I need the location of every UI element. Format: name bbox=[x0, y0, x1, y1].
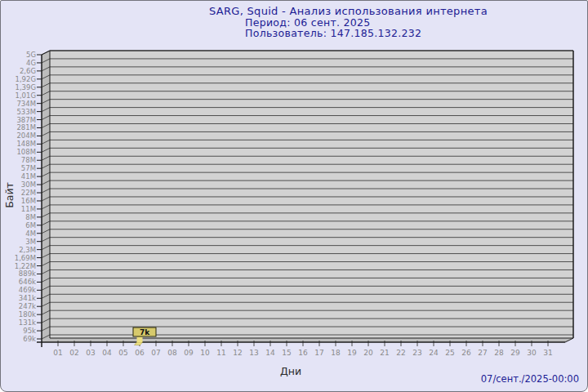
y-tick-label: 78M bbox=[21, 156, 36, 164]
x-tick-label: 22 bbox=[396, 349, 405, 357]
x-tick-label: 26 bbox=[461, 349, 471, 357]
x-tick-label: 20 bbox=[363, 349, 373, 357]
y-tick-label: 108M bbox=[16, 148, 36, 156]
y-tick-label: 387M bbox=[16, 116, 36, 124]
bar-value-label: 7k bbox=[140, 328, 150, 336]
y-tick-label: 4M bbox=[25, 229, 36, 238]
x-tick-label: 15 bbox=[282, 349, 291, 357]
y-tick-label: 3M bbox=[25, 238, 36, 246]
y-tick-label: 41M bbox=[21, 172, 36, 180]
x-tick-label: 31 bbox=[543, 349, 552, 357]
plot-back-wall bbox=[50, 51, 573, 338]
x-tick-label: 06 bbox=[135, 349, 145, 357]
y-tick-label: 734M bbox=[16, 100, 36, 108]
y-tick-label: 341k bbox=[19, 294, 36, 302]
y-tick-label: 281M bbox=[16, 123, 36, 131]
x-tick-label: 12 bbox=[233, 349, 242, 357]
y-tick-label: 533M bbox=[16, 108, 36, 116]
x-tick-label: 24 bbox=[429, 349, 439, 357]
x-tick-label: 07 bbox=[151, 349, 160, 357]
usage-bar-chart: 5G4G2,6G1,92G1,39G1,01G734M533M387M281M2… bbox=[1, 1, 588, 392]
y-tick-label: 30M bbox=[21, 180, 36, 189]
y-tick-label: 22M bbox=[21, 189, 36, 197]
x-tick-label: 18 bbox=[331, 349, 341, 357]
y-tick-label: 95k bbox=[23, 327, 36, 335]
x-tick-label: 28 bbox=[494, 349, 504, 357]
y-tick-label: 1,22M bbox=[15, 262, 36, 270]
y-axis-title: Байт bbox=[3, 182, 16, 208]
x-axis-title: Дни bbox=[280, 365, 301, 377]
x-tick-label: 27 bbox=[478, 349, 487, 357]
x-tick-label: 30 bbox=[527, 349, 537, 357]
sarg-report-page: SARG, Squid - Анализ использования интер… bbox=[0, 0, 588, 392]
bar bbox=[137, 336, 143, 343]
y-tick-label: 469k bbox=[19, 286, 36, 294]
y-tick-label: 6M bbox=[25, 221, 36, 229]
x-tick-label: 16 bbox=[298, 349, 308, 357]
y-tick-label: 204M bbox=[16, 131, 36, 140]
y-tick-label: 69k bbox=[23, 335, 36, 343]
y-tick-label: 11M bbox=[21, 205, 36, 213]
x-tick-label: 17 bbox=[314, 349, 323, 357]
y-tick-label: 1,39G bbox=[15, 83, 36, 91]
y-tick-label: 2,3M bbox=[19, 246, 36, 254]
x-tick-label: 03 bbox=[86, 349, 95, 357]
y-tick-label: 148M bbox=[16, 140, 36, 148]
x-tick-label: 05 bbox=[118, 349, 127, 357]
x-tick-label: 14 bbox=[265, 349, 275, 357]
y-tick-label: 5G bbox=[26, 51, 36, 59]
y-tick-label: 1,92G bbox=[15, 75, 36, 83]
x-tick-label: 11 bbox=[216, 349, 225, 357]
y-tick-label: 889k bbox=[19, 270, 36, 278]
x-tick-label: 10 bbox=[200, 349, 210, 357]
x-tick-label: 09 bbox=[184, 349, 194, 357]
y-tick-label: 131k bbox=[19, 318, 36, 327]
x-tick-label: 01 bbox=[53, 349, 62, 357]
x-tick-label: 19 bbox=[347, 349, 357, 357]
y-tick-label: 16M bbox=[21, 197, 36, 205]
y-tick-label: 646k bbox=[19, 278, 36, 286]
x-tick-label: 04 bbox=[102, 349, 112, 357]
x-tick-label: 08 bbox=[167, 349, 177, 357]
x-tick-label: 29 bbox=[510, 349, 520, 357]
y-tick-label: 2,6G bbox=[20, 67, 36, 75]
y-tick-label: 57M bbox=[21, 164, 36, 172]
y-tick-label: 8M bbox=[25, 213, 36, 221]
y-tick-label: 4G bbox=[26, 59, 36, 67]
y-tick-label: 180k bbox=[19, 310, 36, 318]
generation-timestamp: 07/сент./2025-00:00 bbox=[481, 373, 579, 385]
y-tick-label: 1,69M bbox=[15, 254, 36, 262]
x-tick-label: 25 bbox=[445, 349, 454, 357]
x-tick-label: 23 bbox=[412, 349, 421, 357]
x-tick-label: 21 bbox=[380, 349, 389, 357]
y-tick-label: 1,01G bbox=[15, 91, 36, 100]
x-tick-label: 13 bbox=[249, 349, 258, 357]
y-tick-label: 247k bbox=[19, 302, 36, 310]
x-tick-label: 02 bbox=[69, 349, 78, 357]
